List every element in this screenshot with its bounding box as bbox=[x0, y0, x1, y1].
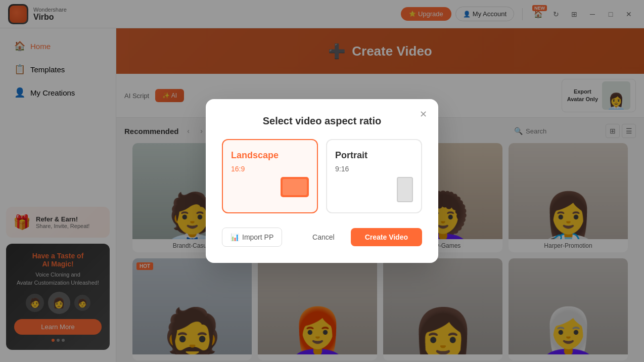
modal-actions: 📊 Import PP Cancel Create Video bbox=[222, 228, 422, 247]
portrait-ratio: 9:16 bbox=[335, 165, 349, 173]
modal-overlay: ✕ Select video aspect ratio Landscape 16… bbox=[0, 0, 644, 362]
aspect-options: Landscape 16:9 Portrait 9:16 bbox=[222, 139, 422, 213]
import-pp-icon: 📊 bbox=[231, 233, 239, 241]
portrait-icon-area bbox=[335, 177, 413, 202]
landscape-ratio: 16:9 bbox=[231, 165, 245, 173]
aspect-ratio-modal: ✕ Select video aspect ratio Landscape 16… bbox=[206, 99, 438, 263]
landscape-icon-area bbox=[231, 177, 309, 197]
landscape-label: Landscape bbox=[231, 150, 279, 161]
landscape-option[interactable]: Landscape 16:9 bbox=[222, 139, 318, 213]
cancel-button[interactable]: Cancel bbox=[302, 228, 345, 246]
create-video-button[interactable]: Create Video bbox=[351, 228, 422, 246]
portrait-icon bbox=[397, 177, 413, 202]
modal-title: Select video aspect ratio bbox=[222, 115, 422, 127]
landscape-icon bbox=[281, 177, 309, 197]
portrait-label: Portrait bbox=[335, 150, 367, 161]
modal-close-button[interactable]: ✕ bbox=[416, 107, 430, 121]
import-pp-label: Import PP bbox=[242, 233, 273, 241]
portrait-option[interactable]: Portrait 9:16 bbox=[326, 139, 422, 213]
import-pp-button[interactable]: 📊 Import PP bbox=[222, 228, 282, 247]
